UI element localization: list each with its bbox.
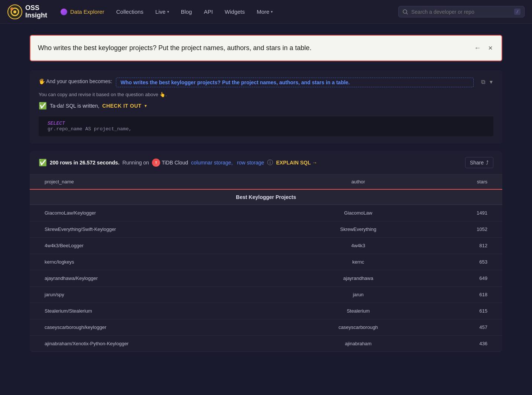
table-row: caseyscarborough/keylogger caseyscarboro… [30, 319, 502, 336]
question-actions: ⧉ ▾ [480, 78, 493, 86]
sql-code-line: gr.repo_name AS project_name, [48, 126, 484, 132]
cell-author: ajinabraham [293, 336, 423, 352]
results-meta: ✅ 200 rows in 26.572 seconds. Running on… [39, 159, 317, 167]
running-on-text: Running on [123, 160, 149, 166]
share-button[interactable]: Share ⤴ [465, 157, 493, 168]
search-icon [402, 9, 408, 15]
col-header-stars: stars [423, 174, 502, 189]
query-actions: ← × [473, 42, 494, 54]
search-kbd: / [514, 9, 520, 15]
check-circle-icon: ✅ [39, 102, 47, 110]
search-input[interactable] [411, 9, 511, 15]
question-refined-text: Who writes the best keylogger projects? … [116, 78, 474, 87]
cell-project-name: GiacomoLaw/Keylogger [30, 205, 293, 221]
data-table: Best Keylogger Projects project_name aut… [30, 174, 502, 352]
cell-project-name: SkrewEverything/Swift-Keylogger [30, 221, 293, 238]
data-explorer-dot-icon [61, 9, 67, 15]
logo-icon [7, 4, 22, 19]
cell-author: SkrewEverything [293, 221, 423, 238]
cell-stars: 812 [423, 238, 502, 254]
cell-stars: 653 [423, 254, 502, 270]
row-storage-link[interactable]: row storage [237, 160, 264, 166]
logo-text: OSS Insight [25, 4, 47, 19]
query-box: Who writes the best keylogger projects? … [30, 35, 502, 61]
cell-project-name: jarun/spy [30, 287, 293, 303]
search-bar[interactable]: / [398, 6, 525, 17]
query-close-button[interactable]: × [487, 42, 494, 54]
navbar: OSS Insight Data Explorer Collections Li… [0, 0, 532, 24]
copy-button[interactable]: ⧉ [480, 78, 486, 86]
tidb-logo-icon: T [152, 159, 160, 167]
cell-author: caseyscarborough [293, 319, 423, 336]
data-table-wrapper[interactable]: Best Keylogger Projects project_name aut… [30, 174, 502, 352]
results-header: ✅ 200 rows in 26.572 seconds. Running on… [30, 151, 502, 174]
cell-stars: 457 [423, 319, 502, 336]
sql-select-keyword: SELECT [48, 121, 65, 126]
col-header-author: author [293, 174, 423, 189]
cell-author: ajayrandhawa [293, 270, 423, 287]
cell-project-name: caseyscarborough/keylogger [30, 319, 293, 336]
cell-stars: 436 [423, 336, 502, 352]
table-header: project_name author stars [30, 174, 502, 189]
results-check-icon: ✅ [39, 159, 47, 167]
nav-api[interactable]: API [200, 6, 217, 18]
cell-project-name: Stealerium/Stealerium [30, 303, 293, 319]
table-row: ajinabraham/Xenotix-Python-Keylogger aji… [30, 336, 502, 352]
storage-links: columnar storage, row storage [191, 160, 264, 166]
cell-author: jarun [293, 287, 423, 303]
table-row: SkrewEverything/Swift-Keylogger SkrewEve… [30, 221, 502, 238]
cell-stars: 1052 [423, 221, 502, 238]
check-it-out-chevron-icon: ▾ [145, 103, 147, 108]
explain-sql-button[interactable]: EXPLAIN SQL → [276, 160, 317, 166]
cell-author: GiacomoLaw [293, 205, 423, 221]
table-body: GiacomoLaw/Keylogger GiacomoLaw 1491 Skr… [30, 205, 502, 352]
share-icon: ⤴ [486, 160, 489, 166]
cell-stars: 1491 [423, 205, 502, 221]
cell-author: 4w4k3 [293, 238, 423, 254]
nav-widgets[interactable]: Widgets [220, 6, 249, 18]
table-title-row: Best Keylogger Projects [30, 189, 502, 205]
svg-point-3 [10, 7, 13, 10]
tada-line: ✅ Ta-da! SQL is written, CHECK IT OUT ▾ [39, 102, 493, 110]
table-row: jarun/spy jarun 618 [30, 287, 502, 303]
nav-blog[interactable]: Blog [176, 6, 197, 18]
svg-line-5 [406, 13, 408, 14]
info-icon[interactable]: ⓘ [267, 159, 273, 167]
tidb-cloud-text: TiDB Cloud [162, 160, 188, 166]
copy-note: You can copy and revise it based on the … [39, 92, 493, 97]
nav-more[interactable]: More ▾ [252, 6, 277, 18]
question-label: 🖐 And your question becomes: [39, 78, 112, 84]
nav-collections[interactable]: Collections [112, 6, 148, 18]
cell-stars: 649 [423, 270, 502, 287]
cell-stars: 615 [423, 303, 502, 319]
query-text: Who writes the best keylogger projects? … [38, 44, 311, 52]
table-row: GiacomoLaw/Keylogger GiacomoLaw 1491 [30, 205, 502, 221]
expand-button[interactable]: ▾ [489, 78, 493, 86]
cell-project-name: 4w4k3/BeeLogger [30, 238, 293, 254]
cell-stars: 618 [423, 287, 502, 303]
table-row: ajayrandhawa/Keylogger ajayrandhawa 649 [30, 270, 502, 287]
table-row: kernc/logkeys kernc 653 [30, 254, 502, 270]
table-row: 4w4k3/BeeLogger 4w4k3 812 [30, 238, 502, 254]
share-label: Share [470, 160, 484, 166]
cell-project-name: ajinabraham/Xenotix-Python-Keylogger [30, 336, 293, 352]
nav-data-explorer[interactable]: Data Explorer [56, 6, 109, 18]
tidb-badge: T TiDB Cloud [152, 159, 188, 167]
main-content: Who writes the best keylogger projects? … [0, 24, 532, 363]
table-title: Best Keylogger Projects [30, 189, 502, 205]
question-section: 🖐 And your question becomes: Who writes … [30, 70, 502, 144]
tada-text: Ta-da! SQL is written, [50, 103, 99, 109]
logo-link[interactable]: OSS Insight [7, 4, 47, 19]
col-header-project-name: project_name [30, 174, 293, 189]
cell-author: Stealerium [293, 303, 423, 319]
nav-live[interactable]: Live ▾ [151, 6, 173, 18]
cell-author: kernc [293, 254, 423, 270]
svg-point-2 [13, 10, 16, 13]
sql-preview: SELECT gr.repo_name AS project_name, [39, 116, 493, 136]
query-back-button[interactable]: ← [473, 43, 482, 53]
check-it-out-button[interactable]: CHECK IT OUT [102, 103, 142, 109]
question-becomes-row: 🖐 And your question becomes: Who writes … [39, 78, 493, 87]
cell-project-name: ajayrandhawa/Keylogger [30, 270, 293, 287]
table-row: Stealerium/Stealerium Stealerium 615 [30, 303, 502, 319]
columnar-storage-link[interactable]: columnar storage, [191, 160, 233, 166]
